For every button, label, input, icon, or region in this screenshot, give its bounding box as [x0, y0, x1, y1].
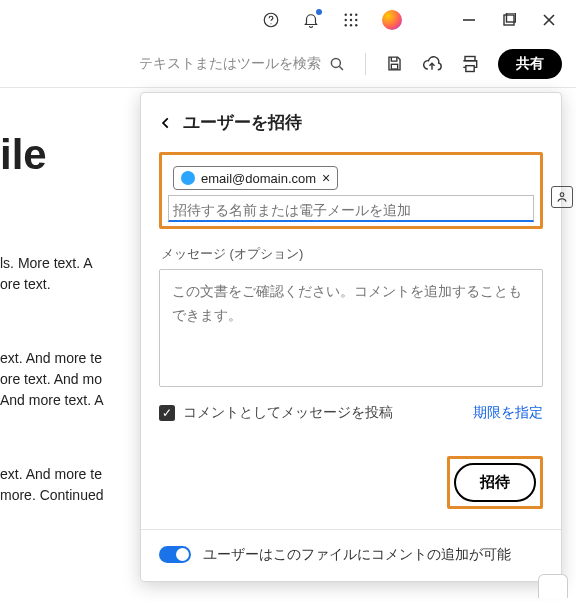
message-label: メッセージ (オプション) [161, 245, 543, 263]
checkbox-checked-icon: ✓ [159, 405, 175, 421]
window-maximize-icon[interactable] [500, 11, 518, 29]
back-icon[interactable] [159, 116, 173, 130]
svg-point-5 [345, 19, 347, 21]
share-button[interactable]: 共有 [498, 49, 562, 79]
svg-rect-12 [504, 15, 514, 25]
chip-remove-icon[interactable]: × [322, 170, 330, 186]
svg-rect-20 [466, 65, 474, 71]
panel-title: ユーザーを招待 [183, 111, 302, 134]
svg-point-3 [350, 14, 352, 16]
doc-paragraph: ls. More text. A ore text. [0, 253, 150, 295]
invite-button[interactable]: 招待 [454, 463, 536, 502]
side-panel-edge [538, 574, 568, 598]
save-icon[interactable] [384, 54, 404, 74]
svg-point-6 [350, 19, 352, 21]
invite-highlight: 招待 [447, 456, 543, 509]
toolbar: テキストまたはツールを検索 共有 [0, 40, 576, 88]
document-background: ile ls. More text. A ore text. ext. And … [0, 88, 160, 608]
divider [365, 53, 366, 75]
email-highlight: email@domain.com × [159, 152, 543, 229]
svg-point-1 [270, 23, 271, 24]
contacts-icon[interactable] [551, 186, 573, 208]
checkbox-label: コメントとしてメッセージを投稿 [183, 404, 393, 422]
notification-dot [316, 9, 322, 15]
search-icon [327, 54, 347, 74]
system-bar [0, 0, 576, 40]
apps-icon[interactable] [342, 11, 360, 29]
help-icon[interactable] [262, 11, 280, 29]
bell-icon[interactable] [302, 11, 320, 29]
invite-email-input[interactable] [169, 196, 533, 220]
svg-point-16 [331, 58, 340, 67]
svg-point-9 [350, 24, 352, 26]
doc-title-fragment: ile [0, 123, 150, 186]
invite-panel: ユーザーを招待 email@domain.com × メッセージ (オプション) [140, 92, 562, 582]
message-textarea[interactable] [159, 269, 543, 387]
svg-point-2 [345, 14, 347, 16]
svg-point-8 [345, 24, 347, 26]
profile-icon[interactable] [382, 10, 402, 30]
svg-point-21 [560, 193, 564, 197]
separator [141, 529, 561, 530]
svg-rect-18 [391, 64, 397, 69]
cloud-upload-icon[interactable] [422, 54, 442, 74]
doc-paragraph: ext. And more te more. Continued [0, 464, 150, 506]
search-placeholder: テキストまたはツールを検索 [139, 55, 321, 73]
window-close-icon[interactable] [540, 11, 558, 29]
search-input[interactable]: テキストまたはツールを検索 [139, 54, 347, 74]
doc-paragraph: ext. And more te ore text. And mo And mo… [0, 348, 150, 411]
set-deadline-link[interactable]: 期限を指定 [473, 404, 543, 422]
avatar-icon [181, 171, 195, 185]
comment-permission-toggle[interactable] [159, 546, 191, 563]
email-chip[interactable]: email@domain.com × [173, 166, 338, 190]
svg-point-7 [355, 19, 357, 21]
svg-point-10 [355, 24, 357, 26]
permission-text: ユーザーはこのファイルにコメントの追加が可能 [203, 544, 511, 565]
post-as-comment-checkbox[interactable]: ✓ コメントとしてメッセージを投稿 [159, 404, 393, 422]
window-minimize-icon[interactable] [460, 11, 478, 29]
chip-email-text: email@domain.com [201, 171, 316, 186]
print-icon[interactable] [460, 54, 480, 74]
svg-line-17 [339, 66, 343, 70]
svg-point-4 [355, 14, 357, 16]
